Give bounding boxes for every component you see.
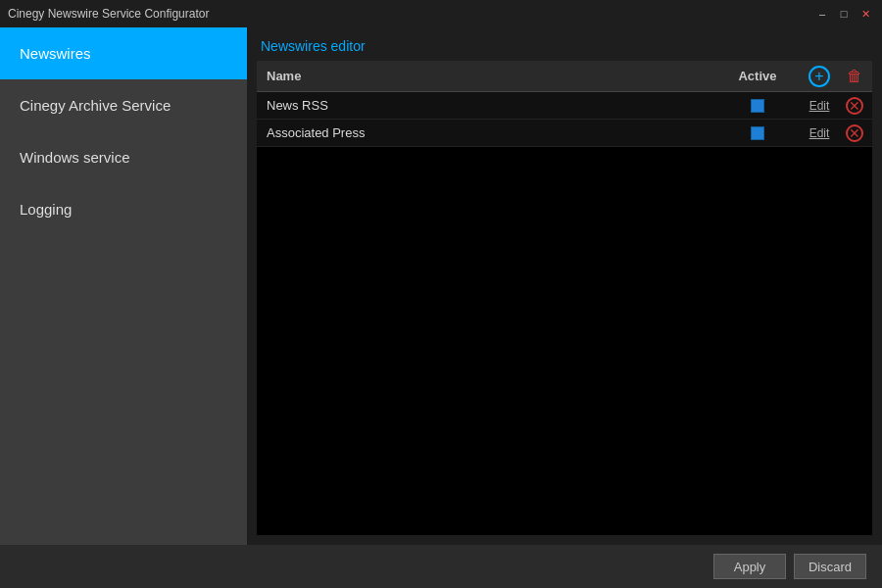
sidebar-item-logging[interactable]: Logging — [0, 183, 247, 235]
main-layout: NewswiresCinegy Archive ServiceWindows s… — [0, 27, 882, 545]
content-area: Newswires editor Name Active + 🗑 News RS… — [247, 27, 882, 545]
sidebar-item-newswires[interactable]: Newswires — [0, 27, 247, 79]
newswires-table: Name Active + 🗑 News RSSEdit✕Associated … — [257, 61, 872, 535]
trash-header-icon: 🗑 — [844, 66, 865, 87]
title-bar: Cinegy Newswire Service Configurator – □… — [0, 0, 882, 27]
editor-header: Newswires editor — [247, 27, 882, 61]
edit-button-0[interactable]: Edit — [809, 99, 830, 113]
discard-button[interactable]: Discard — [794, 554, 866, 579]
title-bar-controls: – □ ✕ — [813, 6, 874, 22]
add-newswire-button[interactable]: + — [808, 66, 830, 87]
del-col-header: 🗑 — [837, 66, 872, 87]
row-name-0: News RSS — [257, 98, 713, 113]
row-delete-1: ✕ — [837, 124, 872, 142]
table-row: News RSSEdit✕ — [257, 92, 872, 120]
column-header-active: Active — [713, 69, 802, 83]
footer: Apply Discard — [0, 545, 882, 588]
table-row: Associated PressEdit✕ — [257, 120, 872, 147]
row-edit-1: Edit — [802, 126, 837, 140]
maximize-button[interactable]: □ — [835, 6, 853, 22]
table-header-row: Name Active + 🗑 — [257, 61, 872, 92]
minimize-button[interactable]: – — [813, 6, 831, 22]
active-checkbox-1[interactable] — [751, 126, 764, 140]
sidebar: NewswiresCinegy Archive ServiceWindows s… — [0, 27, 247, 545]
row-active-1[interactable] — [713, 126, 802, 140]
row-edit-0: Edit — [802, 99, 837, 113]
add-col-header: + — [802, 66, 837, 87]
delete-button-0[interactable]: ✕ — [846, 97, 863, 115]
sidebar-item-cinegy-archive-service[interactable]: Cinegy Archive Service — [0, 79, 247, 131]
edit-button-1[interactable]: Edit — [809, 126, 830, 140]
column-header-name: Name — [257, 69, 713, 83]
row-name-1: Associated Press — [257, 125, 713, 140]
close-button[interactable]: ✕ — [857, 6, 874, 22]
row-active-0[interactable] — [713, 99, 802, 113]
editor-title: Newswires editor — [261, 38, 366, 54]
sidebar-item-windows-service[interactable]: Windows service — [0, 131, 247, 183]
delete-button-1[interactable]: ✕ — [846, 124, 863, 142]
active-checkbox-0[interactable] — [751, 99, 764, 113]
trash-icon: 🗑 — [847, 68, 862, 85]
table-body: News RSSEdit✕Associated PressEdit✕ — [257, 92, 872, 147]
apply-button[interactable]: Apply — [713, 554, 786, 579]
row-delete-0: ✕ — [837, 97, 872, 115]
title-bar-text: Cinegy Newswire Service Configurator — [8, 7, 209, 21]
